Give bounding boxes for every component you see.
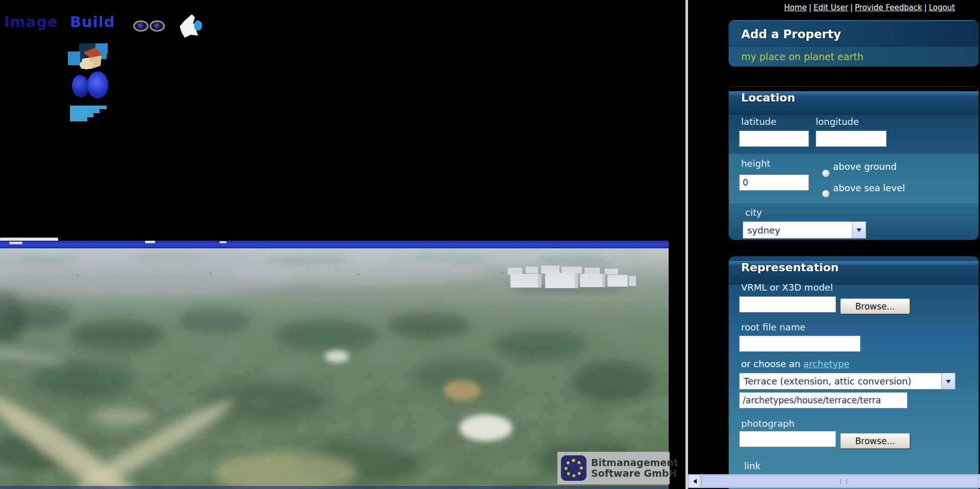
location-title: Location xyxy=(741,91,978,104)
photograph-input[interactable] xyxy=(739,431,836,447)
nav-provide-feedback[interactable]: Provide Feedback xyxy=(855,3,922,12)
eye-icon[interactable] xyxy=(133,20,149,32)
build-house-icon[interactable] xyxy=(68,43,110,71)
archetype-select[interactable]: Terrace (extension, attic conversion) xyxy=(739,373,955,390)
longitude-input[interactable] xyxy=(816,131,887,147)
eye-icon[interactable] xyxy=(150,20,165,32)
archetype-selected-value: Terrace (extension, attic conversion) xyxy=(740,376,941,387)
above-ground-radio[interactable] xyxy=(822,169,830,177)
nav-separator: | xyxy=(924,3,927,12)
city-label: city xyxy=(745,207,762,218)
representation-header: Representation xyxy=(729,261,978,285)
top-navigation: Home|Edit User|Provide Feedback|Logout xyxy=(782,3,957,12)
above-sea-level-label: above sea level xyxy=(833,183,905,193)
chevron-down-icon[interactable] xyxy=(852,222,866,238)
bitmanagement-logo-icon xyxy=(561,455,586,481)
vrml-model-input[interactable] xyxy=(739,296,836,313)
above-sea-level-radio[interactable] xyxy=(822,190,830,198)
latitude-label: latitude xyxy=(741,116,776,127)
logo-line2: Software GmbH xyxy=(591,468,678,479)
chevron-down-icon[interactable] xyxy=(941,373,955,389)
archetype-link[interactable]: archetype xyxy=(803,358,850,369)
above-ground-label: above ground xyxy=(833,161,897,172)
height-label: height xyxy=(741,158,770,169)
location-panel: Location latitude longitude height above… xyxy=(729,87,978,240)
vrml-browse-button[interactable]: Browse... xyxy=(840,298,910,314)
link-label: link xyxy=(744,460,761,471)
menu-build[interactable]: Build xyxy=(70,13,115,31)
location-header: Location xyxy=(729,91,978,115)
nav-separator: | xyxy=(850,3,853,12)
latitude-input[interactable] xyxy=(739,131,809,147)
nav-logout[interactable]: Logout xyxy=(929,3,955,12)
archetype-prefix: or choose an xyxy=(741,358,803,369)
lat-long-row: latitude longitude xyxy=(729,115,978,154)
root-file-name-label: root file name xyxy=(741,322,805,332)
archetype-path-input[interactable] xyxy=(739,392,908,408)
city-row: city sydney xyxy=(729,203,978,240)
height-row: height above ground above sea level xyxy=(729,154,978,203)
frame-divider[interactable] xyxy=(685,0,688,489)
menu-image[interactable]: Image xyxy=(4,13,58,31)
city-selected-value: sydney xyxy=(743,225,852,236)
nav-edit-user[interactable]: Edit User xyxy=(814,3,848,12)
nav-separator: | xyxy=(809,3,812,12)
photograph-label: photograph xyxy=(741,418,795,429)
sea-horizon-band xyxy=(0,241,669,248)
add-property-panel: Add a Property my place on planet earth xyxy=(729,20,978,66)
scrollbar-left-arrow-button[interactable] xyxy=(688,474,700,488)
add-property-header: Add a Property xyxy=(729,20,978,46)
representation-panel: Representation VRML or X3D model Browse.… xyxy=(729,256,978,489)
build-steps-icon[interactable] xyxy=(68,104,110,123)
3d-viewer-frame: Image Build xyxy=(0,0,685,489)
city-select[interactable]: sydney xyxy=(743,221,866,239)
representation-title: Representation xyxy=(741,261,978,274)
cone-pointer-icon[interactable] xyxy=(179,13,202,39)
build-sphere-icon[interactable] xyxy=(87,71,108,98)
archetype-line: or choose an archetype xyxy=(741,358,849,369)
bitmanagement-logo: Bitmanagement Software GmbH xyxy=(557,452,670,484)
property-name-subtitle: my place on planet earth xyxy=(729,46,978,66)
application-window: Image Build xyxy=(0,0,980,489)
vrml-model-label: VRML or X3D model xyxy=(741,282,833,293)
horizontal-scrollbar[interactable] xyxy=(688,474,980,488)
nav-home[interactable]: Home xyxy=(784,3,806,12)
photograph-browse-button[interactable]: Browse... xyxy=(840,433,910,449)
logo-line1: Bitmanagement xyxy=(591,457,678,468)
height-input[interactable] xyxy=(739,174,809,191)
longitude-label: longitude xyxy=(816,116,859,127)
scrollbar-thumb[interactable] xyxy=(701,475,979,487)
root-file-name-input[interactable] xyxy=(739,336,861,352)
add-property-title: Add a Property xyxy=(741,28,978,41)
